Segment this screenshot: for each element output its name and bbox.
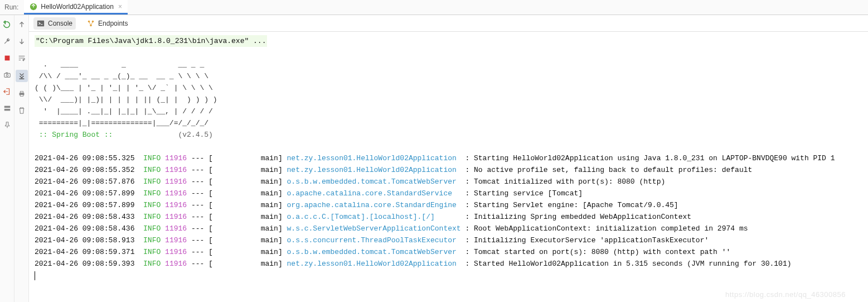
tab-endpoints[interactable]: Endpoints bbox=[84, 17, 131, 30]
log-line: 2021-04-26 09:08:58.433 INFO 11916 --- [… bbox=[35, 211, 862, 223]
svg-point-3 bbox=[6, 74, 8, 76]
spring-boot-icon bbox=[30, 3, 37, 11]
log-line: 2021-04-26 09:08:55.325 INFO 11916 --- [… bbox=[35, 152, 862, 164]
left-action-toolbar bbox=[0, 15, 14, 302]
log-line: 2021-04-26 09:08:57.899 INFO 11916 --- [… bbox=[35, 199, 862, 211]
tab-endpoints-label: Endpoints bbox=[98, 20, 128, 27]
soft-wrap-icon[interactable] bbox=[17, 53, 27, 63]
tab-console-label: Console bbox=[48, 20, 72, 27]
run-toolwindow-header: Run: HelloWorld02Application × bbox=[0, 0, 868, 15]
svg-rect-1 bbox=[4, 56, 9, 61]
log-line: 2021-04-26 09:08:59.393 INFO 11916 --- [… bbox=[35, 258, 862, 270]
exit-icon[interactable] bbox=[2, 87, 12, 97]
svg-rect-6 bbox=[4, 109, 10, 111]
svg-rect-2 bbox=[4, 73, 10, 77]
spring-version: (v2.4.5) bbox=[178, 131, 212, 139]
log-line: 2021-04-26 09:08:55.352 INFO 11916 --- [… bbox=[35, 164, 862, 176]
run-config-name: HelloWorld02Application bbox=[41, 3, 114, 11]
down-arrow-icon[interactable] bbox=[17, 36, 27, 46]
camera-icon[interactable] bbox=[2, 70, 12, 80]
endpoints-icon bbox=[87, 20, 95, 27]
svg-rect-8 bbox=[20, 92, 23, 93]
svg-rect-4 bbox=[6, 73, 8, 74]
spring-boot-label: :: Spring Boot :: bbox=[35, 131, 117, 139]
trash-icon[interactable] bbox=[17, 106, 27, 116]
wrench-icon[interactable] bbox=[2, 36, 12, 46]
console-action-toolbar bbox=[14, 15, 29, 302]
print-icon[interactable] bbox=[17, 89, 27, 99]
scroll-to-end-icon[interactable] bbox=[16, 70, 28, 82]
svg-rect-9 bbox=[20, 95, 23, 97]
stop-icon[interactable] bbox=[2, 53, 12, 63]
spring-banner: . ____ _ __ _ _ /\\ / ___'_ __ _ _(_)_ _… bbox=[35, 60, 217, 127]
log-line: 2021-04-26 09:08:59.371 INFO 11916 --- [… bbox=[35, 246, 862, 258]
toolwindow-subtabs: Console Endpoints bbox=[29, 15, 868, 32]
close-tab-icon[interactable]: × bbox=[118, 3, 122, 11]
run-config-tab[interactable]: HelloWorld02Application × bbox=[24, 0, 128, 15]
up-arrow-icon[interactable] bbox=[17, 20, 27, 30]
tab-console[interactable]: Console bbox=[33, 17, 76, 30]
svg-rect-5 bbox=[4, 106, 10, 108]
caret bbox=[35, 271, 35, 280]
run-label: Run: bbox=[4, 3, 18, 11]
command-line: "C:\Program Files\Java\jdk1.8.0_231\bin\… bbox=[35, 35, 267, 47]
log-line: 2021-04-26 09:08:57.876 INFO 11916 --- [… bbox=[35, 176, 862, 188]
layout-icon[interactable] bbox=[2, 103, 12, 113]
log-line: 2021-04-26 09:08:57.899 INFO 11916 --- [… bbox=[35, 188, 862, 199]
console-icon bbox=[37, 20, 45, 27]
console-output[interactable]: "C:\Program Files\Java\jdk1.8.0_231\bin\… bbox=[29, 32, 868, 302]
pin-icon[interactable] bbox=[2, 120, 12, 130]
rerun-icon[interactable] bbox=[2, 20, 12, 30]
log-line: 2021-04-26 09:08:58.913 INFO 11916 --- [… bbox=[35, 234, 862, 246]
log-line: 2021-04-26 09:08:58.436 INFO 11916 --- [… bbox=[35, 223, 862, 234]
